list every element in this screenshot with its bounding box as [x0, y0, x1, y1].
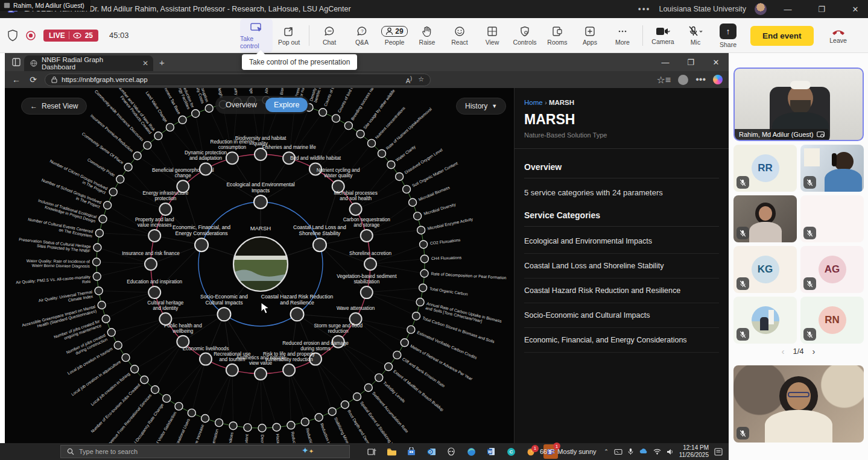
metric-node[interactable] — [319, 109, 327, 116]
onedrive-icon[interactable] — [639, 449, 648, 455]
metric-node[interactable] — [95, 287, 103, 295]
minimize-button[interactable]: — — [775, 0, 800, 18]
people-button[interactable]: 29 People — [378, 19, 411, 52]
browser-restore-button[interactable]: ❐ — [678, 53, 703, 71]
metric-node[interactable] — [141, 376, 148, 384]
metric-node[interactable] — [93, 258, 101, 266]
active-speaker-video[interactable]: Rahim, Md Adilur (Guest) — [733, 68, 864, 141]
metric-node[interactable] — [353, 392, 361, 400]
metric-node[interactable] — [273, 423, 280, 431]
metric-node[interactable] — [364, 383, 372, 391]
metric-node[interactable] — [229, 422, 237, 430]
breadcrumb-home-link[interactable]: Home — [524, 99, 543, 106]
metric-node[interactable] — [420, 255, 428, 263]
parameter-node[interactable] — [200, 163, 212, 175]
metric-node[interactable] — [344, 122, 352, 130]
task-view-taskbar-icon[interactable] — [364, 444, 379, 459]
explore-mode-button[interactable]: Explore — [265, 98, 308, 112]
category-node[interactable] — [291, 307, 304, 321]
metric-node[interactable] — [93, 244, 101, 251]
metric-node[interactable] — [151, 386, 159, 394]
back-button[interactable]: ← — [11, 75, 22, 84]
metric-node[interactable] — [315, 414, 323, 421]
browser-minimize-button[interactable]: — — [653, 53, 678, 71]
parameter-node[interactable] — [255, 368, 267, 380]
favorites-bar-icon[interactable]: ☆≡ — [657, 74, 671, 86]
metric-node[interactable] — [301, 418, 309, 426]
metric-node[interactable] — [258, 424, 266, 432]
metric-node[interactable] — [95, 229, 103, 237]
metric-node[interactable] — [131, 365, 139, 373]
tablet-icon[interactable] — [614, 449, 622, 455]
metric-node[interactable] — [375, 374, 383, 382]
metric-node[interactable] — [144, 142, 151, 150]
url-field[interactable]: https://nnbfgraph.vercel.app A) ☆ — [45, 74, 431, 86]
history-button[interactable]: History ▼ — [456, 98, 506, 115]
metric-node[interactable] — [416, 298, 424, 306]
service-category-item[interactable]: Socio-Economic and Cultural Impacts — [524, 303, 719, 328]
share-button[interactable]: ↑ Share — [712, 19, 744, 52]
metric-node[interactable] — [179, 116, 186, 124]
browser-profile-avatar[interactable] — [678, 75, 688, 85]
raise-hand-button[interactable]: Raise — [411, 19, 443, 52]
tab-actions-icon[interactable] — [8, 55, 24, 69]
recording-icon[interactable] — [25, 30, 36, 41]
canva-taskbar-icon[interactable]: C — [504, 444, 518, 459]
metric-node[interactable] — [332, 115, 340, 122]
overview-mode-button[interactable]: Overview — [217, 98, 265, 112]
close-button[interactable]: ✕ — [843, 0, 868, 18]
metric-node[interactable] — [109, 188, 117, 196]
browser-more-icon[interactable]: ••• — [695, 74, 706, 85]
parameter-node[interactable] — [145, 258, 157, 270]
metric-node[interactable] — [116, 175, 124, 183]
parameter-node[interactable] — [361, 286, 373, 298]
metric-node[interactable] — [414, 212, 422, 220]
new-tab-button[interactable]: + — [159, 57, 165, 68]
edge-taskbar-icon[interactable] — [464, 444, 478, 459]
metric-node[interactable] — [166, 124, 174, 131]
participant-tile[interactable]: RR — [733, 145, 797, 192]
copilot-sparkle-icon[interactable]: ✦✦ — [302, 446, 314, 455]
parameter-node[interactable] — [148, 230, 160, 242]
parameter-node[interactable] — [159, 313, 171, 325]
metric-node[interactable] — [107, 329, 115, 336]
taskbar-clock[interactable]: 12:14 PM 11/26/2025 — [679, 444, 709, 459]
take-control-button[interactable]: Take control — [240, 19, 273, 52]
participant-tile[interactable] — [800, 195, 864, 242]
controls-button[interactable]: Controls — [508, 19, 541, 52]
metric-node[interactable] — [99, 215, 107, 223]
chat-button[interactable]: Chat — [313, 19, 346, 52]
participant-video-large[interactable] — [733, 365, 864, 443]
metric-node[interactable] — [122, 354, 130, 362]
metric-node[interactable] — [102, 315, 110, 323]
weather-widget[interactable]: 1 66°F Mostly sunny — [526, 443, 597, 460]
account-avatar[interactable] — [755, 3, 767, 15]
metric-node[interactable] — [420, 241, 428, 248]
word-taskbar-icon[interactable]: W — [484, 444, 498, 459]
metric-node[interactable] — [385, 363, 393, 371]
parameter-node[interactable] — [177, 336, 189, 348]
volume-icon[interactable] — [667, 449, 674, 455]
participant-tile[interactable] — [733, 297, 797, 344]
metric-node[interactable] — [367, 139, 375, 147]
participant-tile[interactable]: KG — [733, 246, 797, 293]
participant-tile[interactable] — [800, 145, 864, 192]
parameter-node[interactable] — [361, 230, 373, 242]
metric-node[interactable] — [201, 415, 209, 423]
metric-node[interactable] — [409, 198, 417, 206]
wifi-icon[interactable] — [653, 449, 661, 455]
category-node[interactable] — [254, 195, 267, 209]
metric-node[interactable] — [154, 132, 162, 140]
metric-node[interactable] — [378, 150, 385, 157]
camera-button[interactable]: Camera — [647, 19, 679, 52]
metric-node[interactable] — [412, 312, 420, 320]
metric-node[interactable] — [401, 339, 408, 347]
participant-tile[interactable]: AG — [800, 246, 864, 293]
read-aloud-icon[interactable]: A) — [406, 75, 412, 84]
participant-tile[interactable]: RN — [800, 297, 864, 344]
category-node[interactable] — [195, 238, 208, 251]
favorite-star-icon[interactable]: ☆ — [418, 75, 424, 84]
parameter-node[interactable] — [283, 364, 295, 376]
outlook-taskbar-icon[interactable]: O — [424, 444, 439, 459]
metric-node[interactable] — [98, 301, 106, 309]
